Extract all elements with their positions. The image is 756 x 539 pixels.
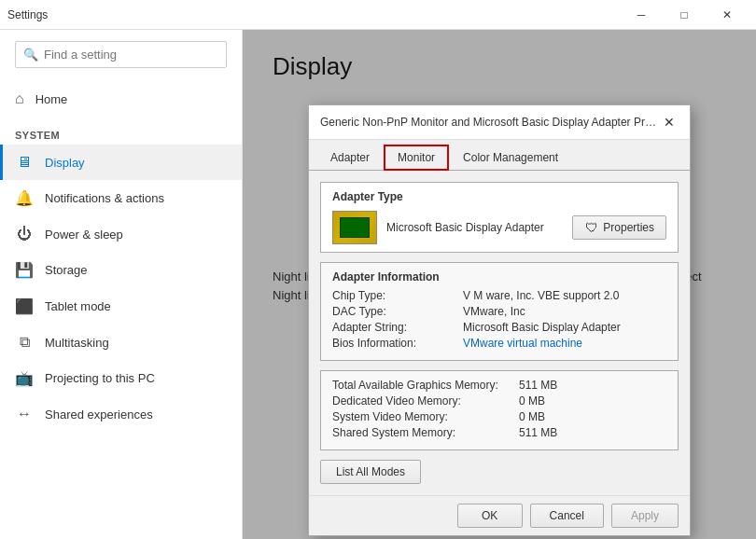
system-video-memory-label: System Video Memory: [332,410,519,423]
dialog-title: Generic Non-PnP Monitor and Microsoft Ba… [320,116,660,129]
sidebar-item-projecting[interactable]: 📺 Projecting to this PC [0,360,242,396]
main-content: Display Night light can help you get to … [243,30,756,539]
bios-info-value[interactable]: VMware virtual machine [463,337,582,350]
properties-button[interactable]: 🛡 Properties [572,215,666,240]
adapter-type-section: Adapter Type Microsoft Basic Display Ada… [320,182,679,253]
sidebar-item-label-storage: Storage [45,263,88,277]
search-input[interactable] [44,48,218,62]
sidebar-section-title: System [0,118,242,145]
sidebar-item-power[interactable]: ⏻ Power & sleep [0,216,242,252]
dialog-footer: OK Cancel Apply [309,495,690,535]
title-bar: Settings ─ □ ✕ [0,0,756,30]
apply-button[interactable]: Apply [611,504,679,528]
dialog-overlay: Generic Non-PnP Monitor and Microsoft Ba… [243,30,756,539]
projecting-icon: 📺 [15,369,34,387]
memory-row-system-video: System Video Memory: 0 MB [332,410,666,423]
dac-type-label: DAC Type: [332,305,463,318]
tab-monitor[interactable]: Monitor [384,145,449,171]
sidebar: 🔍 ⌂ Home System 🖥 Display 🔔 Notification… [0,30,243,539]
sidebar-item-label-display: Display [45,156,85,170]
total-graphics-memory-label: Total Available Graphics Memory: [332,379,519,392]
app-container: 🔍 ⌂ Home System 🖥 Display 🔔 Notification… [0,30,756,539]
sidebar-item-notifications[interactable]: 🔔 Notifications & actions [0,180,242,216]
dedicated-video-memory-label: Dedicated Video Memory: [332,394,519,408]
cancel-button[interactable]: Cancel [530,504,604,528]
storage-icon: 💾 [15,261,34,279]
title-bar-controls: ─ □ ✕ [620,0,749,30]
bios-info-label: Bios Information: [332,337,463,350]
tablet-icon: ⬛ [15,297,34,315]
ok-button[interactable]: OK [457,504,523,528]
info-row-chip: Chip Type: V M ware, Inc. VBE support 2.… [332,289,666,302]
adapter-string-label: Adapter String: [332,321,463,334]
search-box[interactable]: 🔍 [15,41,227,68]
info-row-dac: DAC Type: VMware, Inc [332,305,666,318]
shared-system-memory-value: 511 MB [519,426,557,439]
dialog-body: Adapter Type Microsoft Basic Display Ada… [309,171,690,495]
adapter-string-value: Microsoft Basic Display Adapter [463,321,621,334]
sidebar-item-label-multitasking: Multitasking [45,336,109,350]
minimize-button[interactable]: ─ [620,0,663,30]
adapter-icon [332,211,377,244]
shield-icon: 🛡 [584,220,599,235]
sidebar-item-shared[interactable]: ↔ Shared experiences [0,396,242,432]
sidebar-item-tablet[interactable]: ⬛ Tablet mode [0,288,242,325]
sidebar-item-label-shared: Shared experiences [45,408,153,422]
title-bar-title: Settings [7,8,620,21]
home-label: Home [35,92,68,106]
search-icon: 🔍 [23,48,38,62]
dac-type-value: VMware, Inc [463,305,525,318]
display-icon: 🖥 [15,154,34,171]
list-all-modes-button[interactable]: List All Modes [320,460,421,484]
system-video-memory-value: 0 MB [519,410,545,423]
adapter-type-row: Microsoft Basic Display Adapter 🛡 Proper… [332,211,666,244]
sidebar-item-multitasking[interactable]: ⧉ Multitasking [0,325,242,360]
shared-system-memory-label: Shared System Memory: [332,426,519,439]
sidebar-item-home[interactable]: ⌂ Home [0,79,242,118]
sidebar-item-label-notifications: Notifications & actions [45,191,164,205]
close-button[interactable]: ✕ [706,0,749,30]
adapter-type-title: Adapter Type [332,190,666,203]
notifications-icon: 🔔 [15,189,34,207]
home-icon: ⌂ [15,90,24,107]
memory-row-shared: Shared System Memory: 511 MB [332,426,666,439]
sidebar-item-display[interactable]: 🖥 Display [0,145,242,180]
adapter-info-section: Adapter Information Chip Type: V M ware,… [320,262,679,361]
chip-type-label: Chip Type: [332,289,463,302]
sidebar-item-label-tablet: Tablet mode [45,299,111,313]
dialog-title-bar: Generic Non-PnP Monitor and Microsoft Ba… [309,105,690,140]
shared-icon: ↔ [15,406,34,422]
dialog: Generic Non-PnP Monitor and Microsoft Ba… [308,104,691,536]
dialog-tabs: Adapter Monitor Color Management [309,140,690,171]
power-icon: ⏻ [15,226,34,242]
info-row-bios: Bios Information: VMware virtual machine [332,337,666,350]
sidebar-item-label-projecting: Projecting to this PC [45,371,155,385]
sidebar-item-label-power: Power & sleep [45,228,123,242]
dialog-close-button[interactable]: ✕ [660,113,679,131]
total-graphics-memory-value: 511 MB [519,379,557,392]
sidebar-item-storage[interactable]: 💾 Storage [0,252,242,288]
adapter-name: Microsoft Basic Display Adapter [386,221,544,234]
maximize-button[interactable]: □ [663,0,706,30]
multitasking-icon: ⧉ [15,334,34,351]
tab-color-management[interactable]: Color Management [449,145,572,171]
tab-adapter[interactable]: Adapter [316,145,384,171]
chip-type-value: V M ware, Inc. VBE support 2.0 [463,289,619,302]
info-row-adapter-string: Adapter String: Microsoft Basic Display … [332,321,666,334]
dedicated-video-memory-value: 0 MB [519,394,545,408]
memory-row-dedicated: Dedicated Video Memory: 0 MB [332,394,666,408]
adapter-info-title: Adapter Information [332,270,666,283]
memory-section: Total Available Graphics Memory: 511 MB … [320,370,679,450]
memory-row-total: Total Available Graphics Memory: 511 MB [332,379,666,392]
